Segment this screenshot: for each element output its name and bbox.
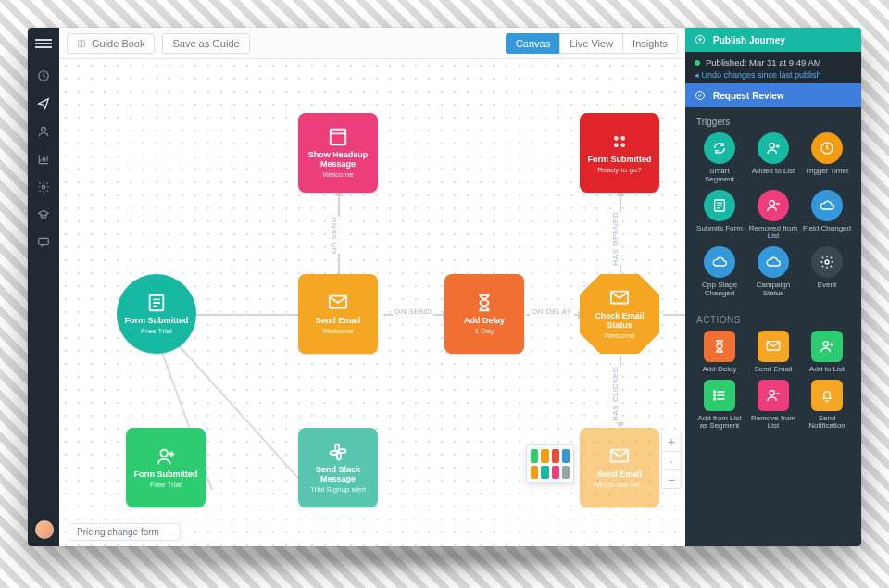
- journey-name-field[interactable]: Pricing change form: [69, 523, 181, 541]
- zoom-control: + · −: [661, 432, 682, 489]
- palette-send-notif[interactable]: Send Notification: [802, 380, 852, 432]
- hourglass-icon: [704, 331, 735, 362]
- tab-live-view[interactable]: Live View: [559, 33, 623, 54]
- publish-journey-button[interactable]: Publish Journey: [685, 28, 861, 52]
- nav-gear-icon[interactable]: [36, 180, 51, 194]
- hourglass-icon: [474, 293, 495, 313]
- triggers-palette: Smart SegmentAdded to ListTrigger TimerS…: [685, 132, 861, 306]
- mail-icon: [609, 446, 630, 467]
- zoom-out-button[interactable]: −: [662, 469, 681, 488]
- node-form-submitted-bottom[interactable]: Form Submitted Free Trial: [126, 428, 206, 507]
- publish-status: Published: Mar 31 at 9:49 AM Undo change…: [685, 52, 861, 83]
- mail-icon: [758, 331, 789, 362]
- save-guide-button[interactable]: Save as Guide: [162, 33, 249, 54]
- list-icon: [704, 380, 735, 411]
- palette-send-email[interactable]: Send Email: [748, 331, 798, 374]
- refresh-icon: [704, 132, 735, 164]
- nav-rail: [28, 28, 59, 546]
- toolbar: Guide Book Save as Guide Canvas Live Vie…: [59, 28, 685, 59]
- undo-publish-link[interactable]: Undo changes since last publish: [695, 70, 852, 80]
- edge-label-hasclicked: HAS CLICKED: [609, 367, 621, 421]
- user-plus-icon: [156, 446, 176, 467]
- nav-academy-icon[interactable]: [36, 207, 51, 222]
- edge-label-onsend-2: ON SEND: [393, 307, 433, 316]
- app-window: Guide Book Save as Guide Canvas Live Vie…: [28, 28, 861, 546]
- node-send-email[interactable]: Send Email Welcome: [298, 274, 378, 354]
- nav-clock-icon[interactable]: [36, 69, 51, 83]
- zoom-in-button[interactable]: +: [662, 432, 681, 451]
- node-add-delay[interactable]: Add Delay 1 Day: [444, 274, 524, 354]
- user-minus-icon: [758, 190, 789, 221]
- nav-chat-icon[interactable]: [36, 235, 51, 250]
- nav-chart-icon[interactable]: [36, 152, 51, 167]
- request-review-button[interactable]: Request Review: [685, 83, 861, 107]
- actions-heading: ACTIONS: [685, 306, 861, 331]
- palette-opp-stage[interactable]: Opp Stage Changed: [695, 246, 745, 298]
- slack-icon: [328, 442, 348, 462]
- palette-event[interactable]: Event: [802, 246, 852, 298]
- palette-remove[interactable]: Remove from List: [748, 380, 798, 432]
- cloud-icon: [811, 190, 843, 221]
- guide-book-label: Guide Book: [92, 38, 144, 49]
- node-start[interactable]: Form Submitted Free Trial: [117, 274, 196, 354]
- node-check-email-status[interactable]: Check Email Status Welcome: [580, 274, 659, 354]
- palette-removed-list[interactable]: Removed from List: [748, 190, 798, 242]
- side-panel: Publish Journey Published: Mar 31 at 9:4…: [685, 28, 861, 546]
- guide-book-button[interactable]: Guide Book: [67, 33, 155, 54]
- form-icon: [146, 293, 167, 313]
- form-icon: [704, 190, 735, 221]
- nav-user-icon[interactable]: [36, 124, 51, 139]
- app-logo: [35, 37, 52, 48]
- user-avatar[interactable]: [35, 520, 54, 539]
- cloud-icon: [758, 246, 789, 278]
- tab-insights[interactable]: Insights: [622, 33, 678, 54]
- bell-icon: [811, 380, 843, 411]
- user-minus-icon: [758, 380, 789, 411]
- triggers-heading: Triggers: [685, 107, 861, 132]
- nav-send-icon[interactable]: [36, 96, 51, 111]
- palette-addfrom[interactable]: Add from List as Segment: [695, 380, 745, 432]
- journey-canvas[interactable]: ON SEND ON DELAY ON SEND HAS OPENED HAS …: [59, 59, 685, 546]
- edge-label-hasopened: HAS OPENED: [609, 212, 621, 265]
- user-plus-icon: [758, 132, 789, 164]
- edge-check-to-right: [663, 314, 685, 316]
- edge-label-ondelay: ON DELAY: [530, 307, 574, 316]
- mail-icon: [609, 288, 630, 308]
- palette-trigger-timer[interactable]: Trigger Timer: [802, 132, 852, 184]
- palette-added-list[interactable]: Added to List: [748, 132, 798, 184]
- clock-icon: [811, 132, 843, 164]
- status-dot-icon: [695, 60, 700, 66]
- palette-submits-form[interactable]: Submits Form: [695, 190, 745, 242]
- cloud-icon: [704, 246, 735, 278]
- edge-start-to-email: [194, 314, 298, 316]
- grip-icon: [609, 131, 630, 152]
- palette-field-changed[interactable]: Field Changed: [802, 190, 852, 242]
- actions-palette: Add DelaySend EmailAdd to ListAdd from L…: [685, 331, 861, 438]
- node-send-email-ghost[interactable]: Send Email Which one we...: [580, 428, 659, 507]
- edge-label-onsend-1: ON SEND: [328, 217, 340, 254]
- palette-camp-status[interactable]: Campaign Status: [748, 246, 798, 298]
- node-send-slack[interactable]: Send Slack Message Trial Signup alert: [298, 428, 378, 507]
- palette-smart-segment[interactable]: Smart Segment: [695, 132, 745, 184]
- gear-icon: [811, 246, 843, 278]
- mail-icon: [328, 293, 348, 313]
- zoom-reset-button[interactable]: ·: [662, 451, 681, 469]
- node-form-submitted-top[interactable]: Form Submitted Ready to go?: [580, 113, 659, 193]
- template-picker-popover[interactable]: [526, 444, 574, 483]
- user-plus-icon: [811, 331, 843, 362]
- palette-add-delay[interactable]: Add Delay: [695, 331, 745, 374]
- save-guide-label: Save as Guide: [172, 38, 239, 49]
- window-icon: [328, 127, 348, 147]
- tab-canvas[interactable]: Canvas: [506, 33, 560, 54]
- palette-add-list[interactable]: Add to List: [802, 331, 852, 374]
- node-headsup-message[interactable]: Show Headsup Message Welcome: [298, 113, 378, 193]
- view-tabs: Canvas Live View Insights: [507, 33, 678, 54]
